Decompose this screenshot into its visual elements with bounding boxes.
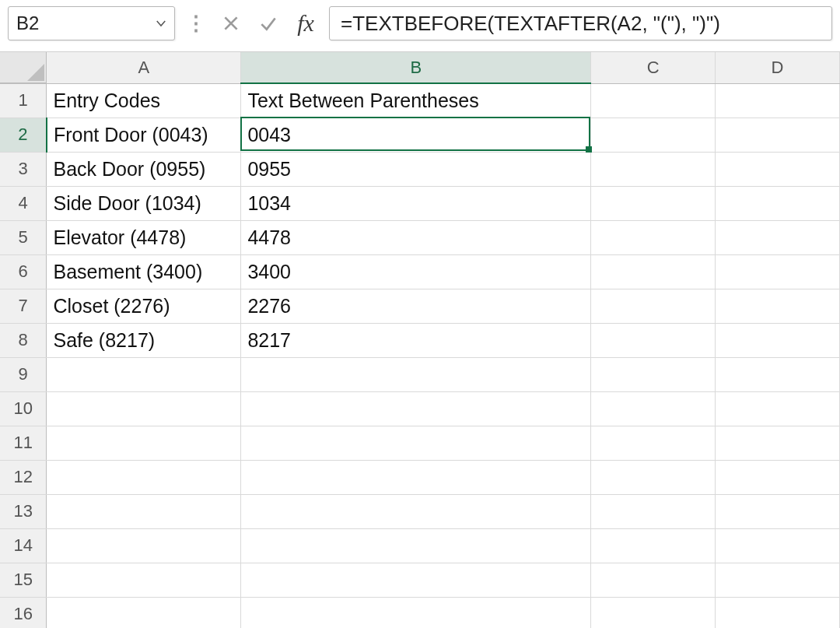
row-header-8[interactable]: 8 [0, 323, 47, 357]
cell-A12[interactable] [47, 460, 241, 494]
cell-A15[interactable] [47, 563, 241, 597]
table-row: 1Entry CodesText Between Parentheses [0, 83, 840, 118]
cell-D16[interactable] [716, 597, 840, 628]
cell-D15[interactable] [716, 563, 840, 597]
x-icon [221, 13, 241, 33]
cell-B7[interactable]: 2276 [241, 289, 591, 323]
cell-B1[interactable]: Text Between Parentheses [241, 83, 591, 118]
cell-A16[interactable] [47, 597, 241, 628]
cell-A1[interactable]: Entry Codes [47, 83, 241, 118]
column-header-A[interactable]: A [47, 52, 241, 83]
row-header-2[interactable]: 2 [0, 118, 47, 152]
cell-C15[interactable] [591, 563, 716, 597]
row-header-5[interactable]: 5 [0, 220, 47, 254]
cell-C4[interactable] [591, 186, 716, 220]
cell-B3[interactable]: 0955 [241, 152, 591, 186]
cell-A7[interactable]: Closet (2276) [47, 289, 241, 323]
cell-C11[interactable] [591, 426, 716, 460]
cell-A6[interactable]: Basement (3400) [47, 254, 241, 289]
cell-B11[interactable] [241, 426, 591, 460]
row-header-1[interactable]: 1 [0, 83, 47, 118]
column-header-D[interactable]: D [716, 52, 840, 83]
cell-D6[interactable] [716, 254, 840, 289]
table-row: 5Elevator (4478)4478 [0, 220, 840, 254]
cell-A9[interactable] [47, 357, 241, 391]
row-header-14[interactable]: 14 [0, 528, 47, 563]
cell-B5[interactable]: 4478 [241, 220, 591, 254]
formula-input[interactable]: =TEXTBEFORE(TEXTAFTER(A2, "("), ")") [329, 6, 832, 40]
cell-B4[interactable]: 1034 [241, 186, 591, 220]
row-header-15[interactable]: 15 [0, 563, 47, 597]
cell-D5[interactable] [716, 220, 840, 254]
row-header-3[interactable]: 3 [0, 152, 47, 186]
cell-B12[interactable] [241, 460, 591, 494]
cell-C5[interactable] [591, 220, 716, 254]
name-box-value[interactable]: B2 [9, 12, 148, 34]
cell-C14[interactable] [591, 528, 716, 563]
cell-B2[interactable]: 0043 [241, 118, 591, 152]
cell-B16[interactable] [241, 597, 591, 628]
cell-D3[interactable] [716, 152, 840, 186]
name-box-dropdown[interactable] [148, 7, 174, 40]
cell-D1[interactable] [716, 83, 840, 118]
cell-A3[interactable]: Back Door (0955) [47, 152, 241, 186]
cell-A4[interactable]: Side Door (1034) [47, 186, 241, 220]
cell-D10[interactable] [716, 391, 840, 426]
cell-D4[interactable] [716, 186, 840, 220]
cell-A13[interactable] [47, 494, 241, 528]
formula-bar-row: B2 ⋮ fx =TEXTBEFORE(TEXTAFTER(A2, "("), … [0, 0, 840, 52]
cell-C7[interactable] [591, 289, 716, 323]
row-header-12[interactable]: 12 [0, 460, 47, 494]
row-header-11[interactable]: 11 [0, 426, 47, 460]
cell-A2[interactable]: Front Door (0043) [47, 118, 241, 152]
cell-A8[interactable]: Safe (8217) [47, 323, 241, 357]
row-header-9[interactable]: 9 [0, 357, 47, 391]
cell-C3[interactable] [591, 152, 716, 186]
cell-A5[interactable]: Elevator (4478) [47, 220, 241, 254]
table-row: 8Safe (8217)8217 [0, 323, 840, 357]
select-all-corner[interactable] [0, 52, 47, 83]
cell-C16[interactable] [591, 597, 716, 628]
insert-function-button[interactable]: fx [292, 9, 320, 37]
column-header-B[interactable]: B [241, 52, 591, 83]
name-box[interactable]: B2 [8, 6, 175, 40]
row-header-10[interactable]: 10 [0, 391, 47, 426]
cancel-formula-button[interactable] [217, 9, 245, 37]
cell-B6[interactable]: 3400 [241, 254, 591, 289]
row-header-7[interactable]: 7 [0, 289, 47, 323]
cell-C12[interactable] [591, 460, 716, 494]
cell-D8[interactable] [716, 323, 840, 357]
row-header-16[interactable]: 16 [0, 597, 47, 628]
table-row: 3Back Door (0955)0955 [0, 152, 840, 186]
cell-D13[interactable] [716, 494, 840, 528]
cell-C6[interactable] [591, 254, 716, 289]
cell-C8[interactable] [591, 323, 716, 357]
cell-C10[interactable] [591, 391, 716, 426]
cell-C9[interactable] [591, 357, 716, 391]
cell-D2[interactable] [716, 118, 840, 152]
cell-D7[interactable] [716, 289, 840, 323]
cell-D9[interactable] [716, 357, 840, 391]
cell-B14[interactable] [241, 528, 591, 563]
cell-C1[interactable] [591, 83, 716, 118]
row-header-4[interactable]: 4 [0, 186, 47, 220]
cell-B10[interactable] [241, 391, 591, 426]
cell-A14[interactable] [47, 528, 241, 563]
cell-C2[interactable] [591, 118, 716, 152]
row-header-6[interactable]: 6 [0, 254, 47, 289]
cell-A11[interactable] [47, 426, 241, 460]
cell-C13[interactable] [591, 494, 716, 528]
cell-A10[interactable] [47, 391, 241, 426]
cell-D14[interactable] [716, 528, 840, 563]
cell-B15[interactable] [241, 563, 591, 597]
column-header-C[interactable]: C [591, 52, 716, 83]
cell-B13[interactable] [241, 494, 591, 528]
cell-B9[interactable] [241, 357, 591, 391]
column-header-row: A B C D [0, 52, 840, 83]
cell-D11[interactable] [716, 426, 840, 460]
accept-formula-button[interactable] [254, 9, 282, 37]
spreadsheet-grid: A B C D 1Entry CodesText Between Parenth… [0, 52, 840, 628]
cell-B8[interactable]: 8217 [241, 323, 591, 357]
row-header-13[interactable]: 13 [0, 494, 47, 528]
cell-D12[interactable] [716, 460, 840, 494]
